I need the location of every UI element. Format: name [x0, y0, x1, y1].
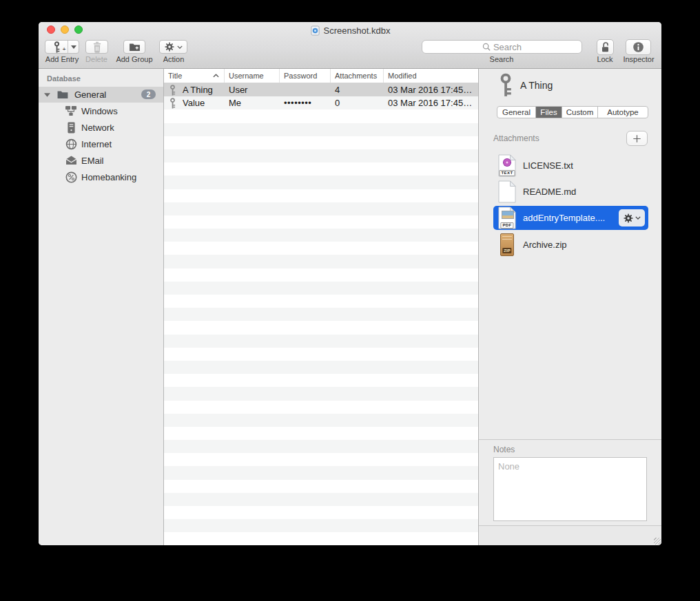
- table-row-empty: [164, 374, 478, 387]
- delete-label: Delete: [85, 55, 107, 63]
- app-window: Screenshot.kdbx + Add Entry Delete Add G…: [39, 22, 661, 545]
- lock-label: Lock: [597, 55, 612, 63]
- network-computers-icon: [65, 105, 77, 117]
- attachment-row-readme[interactable]: README.md: [493, 180, 648, 204]
- table-row[interactable]: A Thing User 4 03 Mar 2016 17:45…: [164, 83, 478, 96]
- lock-button[interactable]: [597, 39, 614, 55]
- add-entry-label: Add Entry: [45, 55, 79, 63]
- sidebar-item-internet[interactable]: Internet: [39, 136, 163, 152]
- table-row[interactable]: Value Me •••••••• 0 03 Mar 2016 17:45…: [164, 96, 478, 109]
- attachment-row-license[interactable]: TEXT LICENSE.txt: [493, 154, 648, 178]
- sidebar-item-windows[interactable]: Windows: [39, 103, 163, 119]
- document-file-icon: [498, 180, 516, 203]
- sidebar-group-label: General: [74, 89, 106, 100]
- sidebar-group-general[interactable]: General 2: [39, 87, 163, 103]
- table-row-empty: [164, 202, 478, 215]
- globe-icon: [65, 138, 77, 150]
- plus-icon: [632, 134, 641, 143]
- text-file-icon: TEXT: [498, 154, 516, 177]
- entry-key-icon: [497, 73, 514, 97]
- key-plus-icon: [52, 41, 61, 53]
- search-input[interactable]: Search: [422, 40, 582, 54]
- percent-circle-icon: [65, 171, 77, 183]
- key-icon: [169, 85, 176, 96]
- attachment-name: Archive.zip: [523, 240, 567, 250]
- table-row-empty: [164, 295, 478, 308]
- divider: [479, 439, 661, 440]
- table-row-empty: [164, 348, 478, 361]
- tab-autotype[interactable]: Autotype: [597, 107, 648, 118]
- attachment-name: LICENSE.txt: [523, 160, 573, 171]
- tab-custom[interactable]: Custom: [562, 107, 597, 118]
- table-row-empty: [164, 189, 478, 202]
- table-row-empty: [164, 401, 478, 414]
- plus-glyph: +: [63, 47, 66, 52]
- add-attachment-button[interactable]: [626, 131, 648, 146]
- sidebar-item-network[interactable]: Network: [39, 119, 163, 136]
- lock-open-icon: [600, 41, 610, 54]
- table-row-empty: [164, 466, 478, 479]
- sidebar-item-label: EMail: [81, 156, 104, 166]
- table-row-empty: [164, 123, 478, 136]
- sidebar-item-email[interactable]: EMail: [39, 152, 163, 169]
- pdf-file-icon: PDF: [498, 207, 516, 229]
- table-row-empty: [164, 493, 478, 506]
- table-row-empty: [164, 136, 478, 149]
- column-header-username[interactable]: Username: [225, 69, 280, 83]
- attachment-name: README.md: [523, 187, 576, 197]
- sidebar-item-label: Internet: [81, 139, 112, 149]
- table-row-empty: [164, 453, 478, 466]
- sidebar: Database General 2 Windows Network Inter…: [39, 69, 164, 545]
- disclosure-triangle-icon[interactable]: [44, 93, 50, 97]
- table-row-empty: [164, 282, 478, 295]
- table-row-empty: [164, 215, 478, 229]
- main-content: Database General 2 Windows Network Inter…: [39, 69, 661, 545]
- add-entry-button[interactable]: +: [45, 40, 79, 54]
- document-proxy-icon[interactable]: [310, 25, 320, 36]
- inspector-entry-title: A Thing: [520, 80, 553, 91]
- attachment-row-template[interactable]: PDF addEntryTemplate....: [493, 206, 648, 230]
- titlebar: Screenshot.kdbx: [39, 24, 661, 36]
- table-row-empty: [164, 440, 478, 453]
- attachment-row-archive[interactable]: ZIP Archive.zip: [493, 233, 648, 257]
- column-header-password[interactable]: Password: [280, 69, 331, 83]
- sidebar-section-header: Database: [47, 74, 81, 83]
- column-header-attachments[interactable]: Attachments: [331, 69, 384, 83]
- column-header-title[interactable]: Title: [164, 69, 225, 83]
- attachments-section-label: Attachments: [493, 134, 539, 143]
- table-row-empty: [164, 480, 478, 493]
- tab-general[interactable]: General: [497, 107, 535, 118]
- table-row-empty: [164, 242, 478, 255]
- entry-table-body[interactable]: A Thing User 4 03 Mar 2016 17:45… Value …: [164, 83, 478, 545]
- table-row-empty: [164, 308, 478, 321]
- envelope-icon: [65, 154, 77, 167]
- info-icon: [632, 41, 644, 53]
- table-row-empty: [164, 387, 478, 400]
- inspector-tabs: General Files Custom Autotype: [497, 106, 648, 118]
- table-row-empty: [164, 519, 478, 532]
- add-entry-dropdown[interactable]: [68, 41, 79, 53]
- sidebar-item-homebanking[interactable]: Homebanking: [39, 169, 163, 185]
- table-row-empty: [164, 414, 478, 427]
- table-row-empty: [164, 335, 478, 348]
- delete-button[interactable]: [85, 40, 108, 54]
- add-entry-main[interactable]: +: [45, 41, 68, 53]
- column-header-modified[interactable]: Modified: [384, 69, 478, 83]
- search-icon: [482, 43, 491, 51]
- sidebar-item-label: Windows: [81, 106, 118, 116]
- notes-textarea[interactable]: [493, 457, 647, 521]
- attachment-action-button[interactable]: [619, 209, 645, 226]
- action-button[interactable]: [159, 40, 187, 54]
- table-row-empty: [164, 268, 478, 282]
- chevron-down-icon: [177, 45, 183, 49]
- table-row-empty: [164, 427, 478, 440]
- inspector-panel: A Thing General Files Custom Autotype At…: [479, 69, 661, 545]
- trash-icon: [92, 41, 102, 53]
- inspector-button[interactable]: [626, 39, 651, 55]
- table-row-empty: [164, 361, 478, 374]
- tab-files[interactable]: Files: [535, 107, 562, 118]
- inspector-bottom-bar: [479, 525, 661, 545]
- resize-grip[interactable]: [654, 538, 661, 545]
- add-group-button[interactable]: [123, 40, 145, 54]
- gear-icon: [165, 42, 174, 52]
